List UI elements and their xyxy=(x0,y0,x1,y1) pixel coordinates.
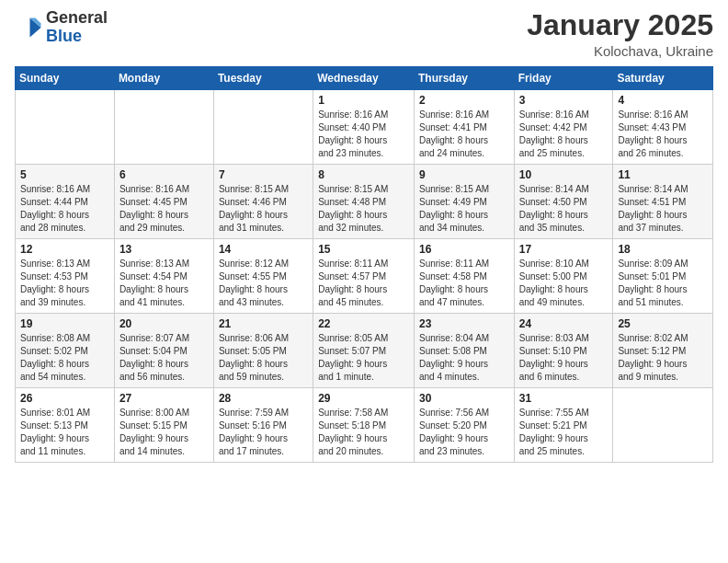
day-number: 17 xyxy=(519,243,609,256)
day-info: Sunrise: 8:13 AMSunset: 4:53 PMDaylight:… xyxy=(20,258,109,309)
table-row: 24Sunrise: 8:03 AMSunset: 5:10 PMDayligh… xyxy=(514,314,613,388)
day-info: Sunrise: 8:08 AMSunset: 5:02 PMDaylight:… xyxy=(20,332,109,384)
table-row: 25Sunrise: 8:02 AMSunset: 5:12 PMDayligh… xyxy=(613,314,713,388)
table-row: 19Sunrise: 8:08 AMSunset: 5:02 PMDayligh… xyxy=(16,314,115,388)
day-info: Sunrise: 8:01 AMSunset: 5:13 PMDaylight:… xyxy=(20,407,109,458)
table-row: 10Sunrise: 8:14 AMSunset: 4:50 PMDayligh… xyxy=(514,165,613,239)
day-info: Sunrise: 8:11 AMSunset: 4:57 PMDaylight:… xyxy=(318,258,409,309)
day-info: Sunrise: 8:12 AMSunset: 4:55 PMDaylight:… xyxy=(219,258,308,309)
table-row: 27Sunrise: 8:00 AMSunset: 5:15 PMDayligh… xyxy=(114,388,213,463)
day-info: Sunrise: 8:16 AMSunset: 4:40 PMDaylight:… xyxy=(318,109,409,160)
calendar-header-row: Sunday Monday Tuesday Wednesday Thursday… xyxy=(16,67,713,90)
table-row: 20Sunrise: 8:07 AMSunset: 5:04 PMDayligh… xyxy=(114,314,213,388)
day-info: Sunrise: 8:16 AMSunset: 4:45 PMDaylight:… xyxy=(119,183,209,235)
day-info: Sunrise: 7:58 AMSunset: 5:18 PMDaylight:… xyxy=(318,407,409,458)
day-number: 10 xyxy=(519,168,609,181)
day-info: Sunrise: 7:56 AMSunset: 5:20 PMDaylight:… xyxy=(419,407,509,458)
logo-general: General xyxy=(46,8,108,27)
table-row: 4Sunrise: 8:16 AMSunset: 4:43 PMDaylight… xyxy=(613,90,713,165)
page: General Blue January 2025 Kolochava, Ukr… xyxy=(0,0,728,563)
day-number: 7 xyxy=(219,168,308,181)
day-number: 15 xyxy=(318,243,409,256)
day-info: Sunrise: 8:15 AMSunset: 4:48 PMDaylight:… xyxy=(318,183,409,235)
table-row xyxy=(114,90,213,165)
logo: General Blue xyxy=(15,9,108,46)
table-row: 3Sunrise: 8:16 AMSunset: 4:42 PMDaylight… xyxy=(514,90,613,165)
logo-icon xyxy=(15,14,42,41)
day-number: 29 xyxy=(318,392,409,405)
day-info: Sunrise: 8:16 AMSunset: 4:44 PMDaylight:… xyxy=(20,183,109,235)
calendar-week-3: 12Sunrise: 8:13 AMSunset: 4:53 PMDayligh… xyxy=(16,239,713,314)
table-row: 12Sunrise: 8:13 AMSunset: 4:53 PMDayligh… xyxy=(16,239,115,314)
day-info: Sunrise: 8:15 AMSunset: 4:46 PMDaylight:… xyxy=(219,183,308,235)
day-number: 27 xyxy=(119,392,209,405)
day-number: 16 xyxy=(419,243,509,256)
day-number: 25 xyxy=(618,317,708,330)
day-info: Sunrise: 8:04 AMSunset: 5:08 PMDaylight:… xyxy=(419,332,509,384)
day-info: Sunrise: 8:14 AMSunset: 4:50 PMDaylight:… xyxy=(519,183,609,235)
header: General Blue January 2025 Kolochava, Ukr… xyxy=(15,9,713,59)
table-row: 17Sunrise: 8:10 AMSunset: 5:00 PMDayligh… xyxy=(514,239,613,314)
day-number: 28 xyxy=(219,392,308,405)
table-row: 31Sunrise: 7:55 AMSunset: 5:21 PMDayligh… xyxy=(514,388,613,463)
day-info: Sunrise: 8:02 AMSunset: 5:12 PMDaylight:… xyxy=(618,332,708,384)
day-number: 8 xyxy=(318,168,409,181)
day-number: 31 xyxy=(519,392,609,405)
table-row: 22Sunrise: 8:05 AMSunset: 5:07 PMDayligh… xyxy=(313,314,415,388)
day-info: Sunrise: 7:55 AMSunset: 5:21 PMDaylight:… xyxy=(519,407,609,458)
logo-text: General Blue xyxy=(46,9,108,46)
day-number: 26 xyxy=(20,392,109,405)
day-number: 23 xyxy=(419,317,509,330)
col-monday: Monday xyxy=(114,67,213,90)
col-thursday: Thursday xyxy=(414,67,514,90)
day-info: Sunrise: 8:10 AMSunset: 5:00 PMDaylight:… xyxy=(519,258,609,309)
day-number: 24 xyxy=(519,317,609,330)
location: Kolochava, Ukraine xyxy=(527,43,713,59)
table-row: 11Sunrise: 8:14 AMSunset: 4:51 PMDayligh… xyxy=(613,165,713,239)
table-row: 28Sunrise: 7:59 AMSunset: 5:16 PMDayligh… xyxy=(213,388,313,463)
col-saturday: Saturday xyxy=(613,67,713,90)
day-number: 20 xyxy=(119,317,209,330)
table-row: 1Sunrise: 8:16 AMSunset: 4:40 PMDaylight… xyxy=(313,90,415,165)
table-row: 26Sunrise: 8:01 AMSunset: 5:13 PMDayligh… xyxy=(16,388,115,463)
table-row: 8Sunrise: 8:15 AMSunset: 4:48 PMDaylight… xyxy=(313,165,415,239)
calendar-week-4: 19Sunrise: 8:08 AMSunset: 5:02 PMDayligh… xyxy=(16,314,713,388)
day-number: 2 xyxy=(419,94,509,107)
col-sunday: Sunday xyxy=(16,67,115,90)
day-info: Sunrise: 8:09 AMSunset: 5:01 PMDaylight:… xyxy=(618,258,708,309)
table-row: 30Sunrise: 7:56 AMSunset: 5:20 PMDayligh… xyxy=(414,388,514,463)
day-number: 4 xyxy=(618,94,708,107)
day-info: Sunrise: 8:16 AMSunset: 4:42 PMDaylight:… xyxy=(519,109,609,160)
calendar: Sunday Monday Tuesday Wednesday Thursday… xyxy=(15,66,713,463)
day-info: Sunrise: 8:14 AMSunset: 4:51 PMDaylight:… xyxy=(618,183,708,235)
day-number: 30 xyxy=(419,392,509,405)
day-info: Sunrise: 8:11 AMSunset: 4:58 PMDaylight:… xyxy=(419,258,509,309)
logo-blue: Blue xyxy=(46,27,82,45)
day-number: 6 xyxy=(119,168,209,181)
day-number: 18 xyxy=(618,243,708,256)
table-row: 6Sunrise: 8:16 AMSunset: 4:45 PMDaylight… xyxy=(114,165,213,239)
table-row: 23Sunrise: 8:04 AMSunset: 5:08 PMDayligh… xyxy=(414,314,514,388)
day-number: 3 xyxy=(519,94,609,107)
day-info: Sunrise: 8:05 AMSunset: 5:07 PMDaylight:… xyxy=(318,332,409,384)
table-row: 5Sunrise: 8:16 AMSunset: 4:44 PMDaylight… xyxy=(16,165,115,239)
day-number: 5 xyxy=(20,168,109,181)
calendar-week-2: 5Sunrise: 8:16 AMSunset: 4:44 PMDaylight… xyxy=(16,165,713,239)
table-row: 18Sunrise: 8:09 AMSunset: 5:01 PMDayligh… xyxy=(613,239,713,314)
month-title: January 2025 xyxy=(527,9,713,41)
day-number: 21 xyxy=(219,317,308,330)
calendar-week-5: 26Sunrise: 8:01 AMSunset: 5:13 PMDayligh… xyxy=(16,388,713,463)
day-number: 11 xyxy=(618,168,708,181)
day-info: Sunrise: 7:59 AMSunset: 5:16 PMDaylight:… xyxy=(219,407,308,458)
day-info: Sunrise: 8:16 AMSunset: 4:41 PMDaylight:… xyxy=(419,109,509,160)
day-number: 12 xyxy=(20,243,109,256)
day-info: Sunrise: 8:06 AMSunset: 5:05 PMDaylight:… xyxy=(219,332,308,384)
day-info: Sunrise: 8:07 AMSunset: 5:04 PMDaylight:… xyxy=(119,332,209,384)
day-info: Sunrise: 8:15 AMSunset: 4:49 PMDaylight:… xyxy=(419,183,509,235)
table-row: 16Sunrise: 8:11 AMSunset: 4:58 PMDayligh… xyxy=(414,239,514,314)
table-row: 21Sunrise: 8:06 AMSunset: 5:05 PMDayligh… xyxy=(213,314,313,388)
col-friday: Friday xyxy=(514,67,613,90)
table-row: 2Sunrise: 8:16 AMSunset: 4:41 PMDaylight… xyxy=(414,90,514,165)
table-row xyxy=(16,90,115,165)
day-number: 14 xyxy=(219,243,308,256)
